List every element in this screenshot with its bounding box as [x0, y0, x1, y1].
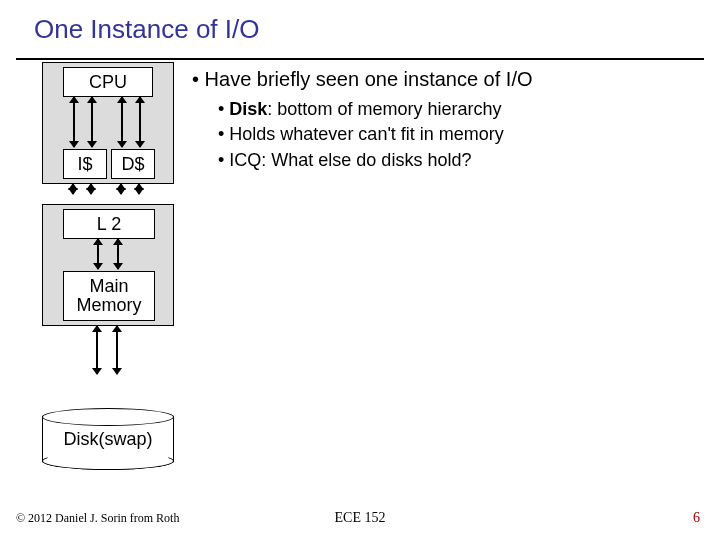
main-memory-label-2: Memory	[64, 296, 154, 315]
main-memory-block: Main Memory	[63, 271, 155, 321]
arrow-icon	[90, 184, 92, 194]
arrow-icon	[91, 97, 93, 147]
disk-cylinder-icon: Disk(swap)	[42, 416, 174, 462]
arrow-icon	[97, 239, 99, 269]
title-rule	[16, 58, 704, 60]
bullet-strong: Disk	[229, 99, 267, 119]
arrow-icon	[138, 184, 140, 194]
cpu-block: CPU	[63, 67, 153, 97]
bullet-list: Have briefly seen one instance of I/O Di…	[192, 66, 700, 174]
arrow-icon	[117, 239, 119, 269]
bullet-1-3: ICQ: What else do disks hold?	[218, 149, 700, 172]
bullet-1-1: Disk: bottom of memory hierarchy	[218, 98, 700, 121]
disk-label: Disk(swap)	[63, 429, 152, 449]
memory-hierarchy-diagram: CPU I$ D$ L 2 Main Memory	[42, 62, 174, 462]
l2-mem-box: L 2 Main Memory	[42, 204, 174, 326]
arrow-icon	[121, 97, 123, 147]
dcache-block: D$	[111, 149, 155, 179]
arrow-icon	[72, 184, 74, 194]
slide: One Instance of I/O CPU I$ D$ L 2 Main M…	[0, 0, 720, 540]
arrow-icon	[120, 184, 122, 194]
disk-block: Disk(swap)	[42, 416, 172, 462]
bullet-rest: : bottom of memory hierarchy	[267, 99, 501, 119]
arrow-icon	[116, 326, 118, 374]
bullet-1: Have briefly seen one instance of I/O	[192, 66, 700, 92]
arrow-icon	[73, 97, 75, 147]
footer-course: ECE 152	[0, 510, 720, 526]
connector	[42, 194, 174, 204]
cpu-cache-box: CPU I$ D$	[42, 62, 174, 184]
arrow-icon	[139, 97, 141, 147]
main-memory-label-1: Main	[64, 277, 154, 296]
connector	[42, 336, 174, 376]
footer-page-number: 6	[693, 510, 700, 526]
slide-title: One Instance of I/O	[34, 14, 259, 45]
arrow-icon	[96, 326, 98, 374]
bullet-1-2: Holds whatever can't fit in memory	[218, 123, 700, 146]
l2-block: L 2	[63, 209, 155, 239]
icache-block: I$	[63, 149, 107, 179]
